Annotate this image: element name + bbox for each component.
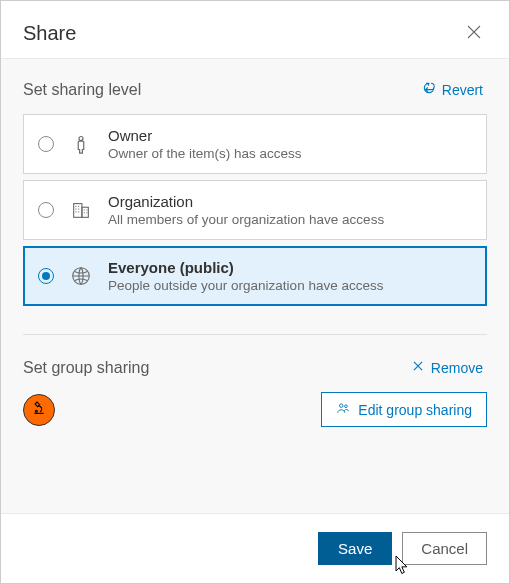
cancel-button[interactable]: Cancel <box>402 532 487 565</box>
svg-point-6 <box>345 405 348 408</box>
dialog-title: Share <box>23 22 76 45</box>
option-owner-text: Owner Owner of the item(s) has access <box>108 127 302 161</box>
option-everyone-text: Everyone (public) People outside your or… <box>108 259 383 293</box>
radio-owner <box>38 136 54 152</box>
group-badge[interactable] <box>23 394 55 426</box>
microscope-icon <box>31 400 47 420</box>
owner-icon <box>68 133 94 155</box>
revert-button[interactable]: Revert <box>418 79 487 100</box>
svg-point-0 <box>79 136 83 140</box>
remove-group-button[interactable]: Remove <box>407 357 487 378</box>
group-icon <box>336 401 350 418</box>
revert-icon <box>422 81 436 98</box>
globe-icon <box>68 265 94 287</box>
svg-rect-1 <box>74 204 82 218</box>
close-button[interactable] <box>461 19 487 48</box>
option-everyone-title: Everyone (public) <box>108 259 383 276</box>
sharing-options: Owner Owner of the item(s) has access Or… <box>23 114 487 306</box>
svg-point-5 <box>340 404 344 408</box>
edit-group-sharing-label: Edit group sharing <box>358 402 472 418</box>
radio-everyone <box>38 268 54 284</box>
option-everyone-sub: People outside your organization have ac… <box>108 278 383 293</box>
save-button[interactable]: Save <box>318 532 392 565</box>
option-organization-sub: All members of your organization have ac… <box>108 212 384 227</box>
dialog-footer: Save Cancel <box>1 514 509 583</box>
revert-label: Revert <box>442 82 483 98</box>
svg-point-4 <box>35 410 37 412</box>
dialog-body: Set sharing level Revert <box>1 58 509 514</box>
option-organization-title: Organization <box>108 193 384 210</box>
option-everyone[interactable]: Everyone (public) People outside your or… <box>23 246 487 306</box>
remove-icon <box>411 359 425 376</box>
close-icon <box>465 29 483 44</box>
option-organization-text: Organization All members of your organiz… <box>108 193 384 227</box>
option-owner[interactable]: Owner Owner of the item(s) has access <box>23 114 487 174</box>
option-organization[interactable]: Organization All members of your organiz… <box>23 180 487 240</box>
section-divider <box>23 334 487 335</box>
radio-organization <box>38 202 54 218</box>
remove-label: Remove <box>431 360 483 376</box>
sharing-level-label: Set sharing level <box>23 81 141 99</box>
option-owner-title: Owner <box>108 127 302 144</box>
share-dialog: Share Set sharing level Revert <box>0 0 510 584</box>
organization-icon <box>68 199 94 221</box>
option-owner-sub: Owner of the item(s) has access <box>108 146 302 161</box>
edit-group-sharing-button[interactable]: Edit group sharing <box>321 392 487 427</box>
dialog-header: Share <box>1 1 509 58</box>
group-sharing-row: Edit group sharing <box>23 392 487 427</box>
sharing-level-header: Set sharing level Revert <box>23 79 487 100</box>
group-sharing-header: Set group sharing Remove <box>23 357 487 378</box>
group-sharing-label: Set group sharing <box>23 359 149 377</box>
